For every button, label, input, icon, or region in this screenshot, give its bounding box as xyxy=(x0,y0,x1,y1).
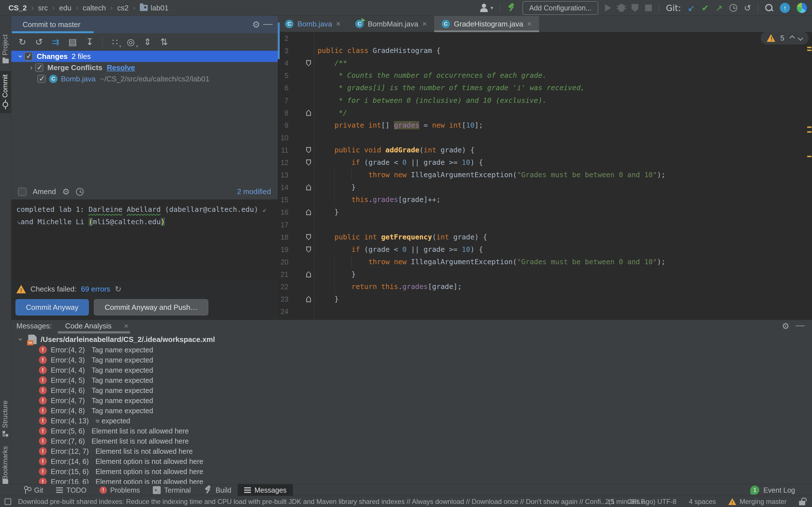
commit-anyway-button[interactable]: Commit Anyway xyxy=(15,299,89,316)
toolwindow-button-build[interactable]: Build xyxy=(197,484,238,496)
fold-marker-icon[interactable] xyxy=(306,209,311,215)
search-icon[interactable] xyxy=(765,4,773,12)
error-list-item[interactable]: Error:(5, 6)Element list is not allowed … xyxy=(11,426,189,436)
code-line[interactable]: 5 * Counts the number of occurrences of … xyxy=(278,69,812,82)
error-list-item[interactable]: Error:(4, 4)Tag name expected xyxy=(11,365,153,375)
toolwindow-button-problems[interactable]: Problems xyxy=(93,484,147,496)
rollback-icon[interactable]: ↺ xyxy=(35,37,43,47)
analyzed-file-row[interactable]: › /Users/darleineabellard/CS_2/.idea/wor… xyxy=(11,334,215,345)
code-line[interactable]: 18 public int getFrequency(int grade) { xyxy=(278,231,812,243)
debug-icon[interactable] xyxy=(618,4,625,12)
git-update-icon[interactable]: ↙ xyxy=(688,3,695,13)
breadcrumb-item-cs2[interactable]: cs2 xyxy=(117,4,129,12)
changelist-icon[interactable]: ▤ xyxy=(68,37,77,47)
changed-file-row[interactable]: Bomb.java ~/CS_2/src/edu/caltech/cs2/lab… xyxy=(11,73,278,84)
code-area[interactable]: 23public class GradeHistogram {4 /**5 * … xyxy=(278,32,812,320)
code-line[interactable]: 7 * for i between 0 (inclusive) and 10 (… xyxy=(278,94,812,107)
error-list-item[interactable]: Error:(16, 6)Element option is not allow… xyxy=(11,476,203,484)
minimize-icon[interactable]: — xyxy=(263,18,273,29)
merge-conflicts-row[interactable]: › Merge Conflicts Resolve xyxy=(11,62,278,73)
code-line[interactable]: 24 xyxy=(278,305,812,318)
rollback-icon[interactable]: ↺ xyxy=(744,3,751,13)
fold-marker-icon[interactable] xyxy=(306,246,311,252)
inspection-widget[interactable]: 5 xyxy=(761,32,809,45)
code-line[interactable]: 6 * grades[i] is the number of times gra… xyxy=(278,82,812,94)
code-line[interactable]: 11 public void addGrade(int grade) { xyxy=(278,144,812,156)
sidebar-item-project[interactable]: Project xyxy=(1,34,9,55)
merge-conflicts-checkbox[interactable] xyxy=(35,63,43,72)
upload-icon[interactable]: ↑ xyxy=(780,3,790,13)
run-icon[interactable] xyxy=(605,4,611,11)
close-icon[interactable]: × xyxy=(422,19,426,29)
breadcrumb-item-src[interactable]: src xyxy=(38,4,48,12)
refresh-icon[interactable]: ↻ xyxy=(115,284,121,294)
code-line[interactable]: 17 xyxy=(278,219,812,231)
error-list-item[interactable]: Error:(4, 13)= expected xyxy=(11,416,130,426)
toolwindow-button-git[interactable]: Git xyxy=(17,484,50,496)
code-analysis-result-list[interactable]: › /Users/darleineabellard/CS_2/.idea/wor… xyxy=(11,334,812,484)
fold-marker-icon[interactable] xyxy=(306,234,311,240)
editor-tab-bomb.java[interactable]: Bomb.java× xyxy=(278,16,348,32)
sidebar-item-commit[interactable]: Commit xyxy=(1,74,9,98)
breadcrumb[interactable]: CS_2›src›edu›caltech›cs2›lab01 xyxy=(8,0,168,16)
apply-non-conflicting-icon[interactable]: ⇉ xyxy=(52,37,59,47)
code-line[interactable]: 10 xyxy=(278,131,812,144)
code-line[interactable]: 20 throw new IllegalArgumentException("G… xyxy=(278,256,812,268)
view-options-icon[interactable]: ◎▾ xyxy=(127,37,135,47)
tab-code-analysis[interactable]: Code Analysis xyxy=(65,322,112,330)
profile-gradient-icon[interactable] xyxy=(797,3,807,13)
unlock-icon[interactable] xyxy=(799,501,805,505)
gear-icon[interactable]: ⚙ xyxy=(252,19,260,30)
indent-setting[interactable]: 4 spaces xyxy=(689,498,716,506)
code-line[interactable]: 23 } xyxy=(278,293,812,305)
toolwindow-button-messages[interactable]: Messages xyxy=(238,484,293,496)
coverage-icon[interactable] xyxy=(631,4,638,12)
resolve-link[interactable]: Resolve xyxy=(107,63,135,72)
toolwindow-button-todo[interactable]: TODO xyxy=(50,484,93,496)
error-list-item[interactable]: Error:(4, 3)Tag name expected xyxy=(11,355,153,365)
commit-panel-title[interactable]: Commit to master xyxy=(22,16,80,33)
history-icon[interactable] xyxy=(729,4,737,12)
breadcrumb-item-cs_2[interactable]: CS_2 xyxy=(8,4,27,12)
next-highlight-icon[interactable] xyxy=(798,35,803,41)
code-line[interactable]: 14 } xyxy=(278,181,812,193)
sidebar-item-structure[interactable]: Structure xyxy=(1,400,9,428)
error-list-item[interactable]: Error:(12, 7)Element list is not allowed… xyxy=(11,446,193,456)
error-list-item[interactable]: Error:(15, 6)Element option is not allow… xyxy=(11,466,203,476)
breadcrumb-item-edu[interactable]: edu xyxy=(59,4,71,12)
fold-marker-icon[interactable] xyxy=(306,60,311,66)
toolwindow-button-terminal[interactable]: Terminal xyxy=(146,484,197,496)
close-icon[interactable]: × xyxy=(336,19,341,29)
editor-tab-gradehistogram.java[interactable]: GradeHistogram.java× xyxy=(434,16,539,32)
git-push-icon[interactable]: ↗ xyxy=(716,3,723,13)
git-commit-icon[interactable]: ✔ xyxy=(702,3,709,13)
code-line[interactable]: 2 xyxy=(278,32,812,45)
vcs-status[interactable]: Merging master xyxy=(728,498,786,506)
shelve-icon[interactable]: ↧ xyxy=(86,37,94,47)
editor-tab-bombmain.java[interactable]: BombMain.java× xyxy=(348,16,434,32)
close-icon[interactable]: × xyxy=(527,19,531,29)
collapse-all-icon[interactable]: ⇅ xyxy=(160,37,168,47)
commit-anyway-and-push-button[interactable]: Commit Anyway and Push… xyxy=(94,299,208,316)
minimize-icon[interactable]: — xyxy=(796,320,805,330)
gear-icon[interactable]: ⚙ xyxy=(62,187,70,196)
amend-checkbox[interactable] xyxy=(18,187,27,196)
fold-marker-icon[interactable] xyxy=(306,296,311,302)
stop-icon[interactable] xyxy=(645,4,652,11)
modified-count[interactable]: 2 modified xyxy=(237,187,271,196)
error-list-item[interactable]: Error:(4, 7)Tag name expected xyxy=(11,395,153,406)
build-hammer-icon[interactable] xyxy=(507,4,516,12)
caret-position[interactable]: 2:1 xyxy=(605,498,615,506)
code-line[interactable]: 12 if (grade < 0 || grade >= 10) { xyxy=(278,156,812,169)
line-separator[interactable]: CRLF xyxy=(627,498,645,506)
sidebar-item-bookmarks[interactable]: Bookmarks xyxy=(1,446,9,480)
code-line[interactable]: 9 private int[] grades = new int[10]; xyxy=(278,119,812,131)
changes-tree-row[interactable]: › Changes 2 files xyxy=(11,51,278,62)
fold-marker-icon[interactable] xyxy=(306,147,311,153)
error-list-item[interactable]: Error:(7, 6)Element list is not allowed … xyxy=(11,436,189,446)
commit-message-input[interactable]: completed lab 1: Darleine Abellard (dabe… xyxy=(11,200,278,281)
gear-icon[interactable]: ⚙ xyxy=(782,321,790,331)
expand-all-icon[interactable]: ⇕ xyxy=(144,37,151,47)
changes-checkbox[interactable] xyxy=(24,52,33,61)
error-list-item[interactable]: Error:(14, 6)Element option is not allow… xyxy=(11,456,203,466)
